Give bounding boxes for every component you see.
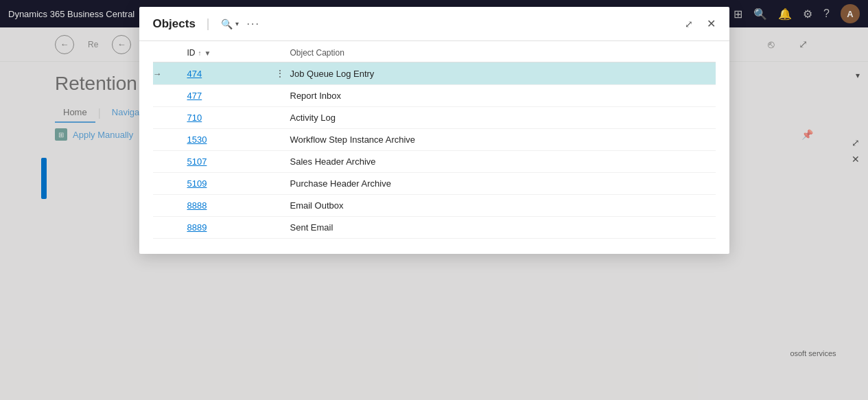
- th-dots: [270, 48, 290, 58]
- row-caption: Report Inbox: [290, 91, 716, 101]
- table-header: ID ↑ ▼ Object Caption: [153, 41, 716, 62]
- row-id[interactable]: 8888: [187, 200, 270, 211]
- modal-more-button[interactable]: ···: [247, 18, 260, 30]
- search-icon-modal: 🔍: [221, 19, 233, 30]
- modal-table: ID ↑ ▼ Object Caption → 474 ⋮ Job Queue …: [139, 41, 729, 254]
- table-row[interactable]: 5107 Sales Header Archive: [153, 151, 716, 173]
- th-caption: Object Caption: [290, 48, 716, 58]
- modal-expand-button[interactable]: ⤢: [685, 19, 693, 30]
- row-caption: Sales Header Archive: [290, 156, 716, 167]
- table-row[interactable]: 477 Report Inbox: [153, 85, 716, 107]
- row-id[interactable]: 5107: [187, 156, 270, 167]
- table-row[interactable]: → 474 ⋮ Job Queue Log Entry: [153, 62, 716, 85]
- header-separator: |: [207, 16, 210, 31]
- modal-search-button[interactable]: 🔍 ▾: [221, 19, 239, 30]
- row-caption: Activity Log: [290, 113, 716, 123]
- table-row[interactable]: 8888 Email Outbox: [153, 195, 716, 217]
- modal-title: Objects: [153, 17, 196, 31]
- th-id[interactable]: ID ↑ ▼: [187, 48, 270, 58]
- search-chevron-icon: ▾: [235, 20, 239, 27]
- table-row[interactable]: 710 Activity Log: [153, 107, 716, 129]
- modal-overlay: Objects | 🔍 ▾ ··· ⤢ ✕ ID ↑ ▼ Objec: [0, 0, 868, 400]
- th-empty: [153, 48, 187, 58]
- row-caption: Job Queue Log Entry: [290, 69, 716, 79]
- row-id[interactable]: 5109: [187, 178, 270, 189]
- modal-close-button[interactable]: ✕: [707, 17, 716, 30]
- row-id[interactable]: 1530: [187, 134, 270, 145]
- filter-icon[interactable]: ▼: [204, 49, 211, 57]
- row-id[interactable]: 710: [187, 113, 270, 123]
- row-more-button[interactable]: ⋮: [270, 68, 290, 79]
- row-id[interactable]: 474: [187, 69, 270, 79]
- sort-asc-icon: ↑: [198, 49, 202, 57]
- row-id[interactable]: 8889: [187, 222, 270, 233]
- objects-modal: Objects | 🔍 ▾ ··· ⤢ ✕ ID ↑ ▼ Objec: [139, 7, 729, 254]
- row-id[interactable]: 477: [187, 91, 270, 101]
- modal-header: Objects | 🔍 ▾ ··· ⤢ ✕: [139, 7, 729, 41]
- table-row[interactable]: 8889 Sent Email: [153, 217, 716, 239]
- th-id-label: ID: [187, 48, 196, 58]
- row-caption: Sent Email: [290, 222, 716, 233]
- row-caption: Purchase Header Archive: [290, 178, 716, 189]
- table-row[interactable]: 5109 Purchase Header Archive: [153, 173, 716, 195]
- row-caption: Email Outbox: [290, 200, 716, 211]
- row-caption: Workflow Step Instance Archive: [290, 134, 716, 145]
- row-arrow-cell: →: [153, 69, 187, 79]
- table-row[interactable]: 1530 Workflow Step Instance Archive: [153, 129, 716, 151]
- row-arrow-icon: →: [153, 69, 162, 79]
